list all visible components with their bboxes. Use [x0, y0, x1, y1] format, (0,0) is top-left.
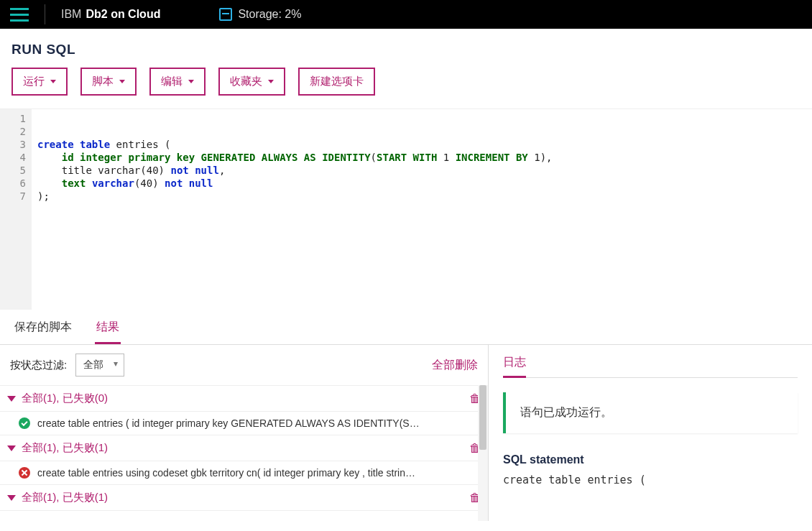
- log-tab-row: 日志: [503, 355, 798, 378]
- page-header: RUN SQL: [0, 29, 812, 63]
- divider: [45, 4, 45, 24]
- sql-editor[interactable]: 1234567 create table entries ( id intege…: [0, 108, 812, 310]
- filter-row: 按状态过滤: 全部 全部删除: [0, 345, 488, 386]
- result-text: create table entries ( id integer primar…: [37, 417, 481, 429]
- favorites-button[interactable]: 收藏夹: [218, 68, 285, 96]
- scrollbar-thumb[interactable]: [479, 385, 486, 450]
- menu-icon[interactable]: [10, 8, 29, 22]
- toolbar: 运行 脚本 编辑 收藏夹 新建选项卡: [0, 63, 812, 108]
- caret-down-icon: [268, 80, 274, 83]
- code-area[interactable]: create table entries ( id integer primar…: [32, 109, 812, 310]
- caret-down-icon: [50, 80, 56, 83]
- results-left-pane: 按状态过滤: 全部 全部删除 全部(1), 已失败(0)🗑create tabl…: [0, 345, 489, 521]
- sql-statement-code: create table entries (: [503, 474, 798, 486]
- chevron-down-icon: [7, 445, 16, 451]
- group-title: 全部(1), 已失败(1): [22, 441, 108, 455]
- script-button[interactable]: 脚本: [80, 68, 137, 96]
- storage-icon: [219, 8, 232, 21]
- log-pane: 日志 语句已成功运行。 SQL statement create table e…: [489, 345, 812, 521]
- tab-results[interactable]: 结果: [95, 310, 121, 344]
- line-gutter: 1234567: [0, 109, 32, 310]
- storage-indicator: Storage: 2%: [219, 8, 301, 21]
- brand: IBM Db2 on Cloud: [61, 8, 160, 21]
- results-area: 按状态过滤: 全部 全部删除 全部(1), 已失败(0)🗑create tabl…: [0, 345, 812, 521]
- edit-button[interactable]: 编辑: [149, 68, 206, 96]
- caret-down-icon: [119, 80, 125, 83]
- error-icon: [19, 467, 30, 479]
- status-filter-select[interactable]: 全部: [75, 354, 124, 377]
- delete-all-link[interactable]: 全部删除: [432, 358, 478, 373]
- success-message: 语句已成功运行。: [503, 392, 798, 433]
- group-title: 全部(1), 已失败(0): [22, 392, 108, 405]
- caret-down-icon: [188, 80, 194, 83]
- result-group-header[interactable]: 全部(1), 已失败(1)🗑: [0, 435, 488, 461]
- page-title: RUN SQL: [11, 42, 801, 57]
- filter-label: 按状态过滤:: [10, 359, 67, 372]
- result-group-header[interactable]: 全部(1), 已失败(0)🗑: [0, 386, 488, 412]
- bottom-tabs: 保存的脚本 结果: [0, 310, 812, 345]
- tab-saved-scripts[interactable]: 保存的脚本: [13, 310, 73, 344]
- result-text: create table entries using codeset gbk t…: [37, 467, 481, 479]
- result-item[interactable]: create table entries ( id integer primar…: [0, 412, 488, 435]
- scrollbar[interactable]: [478, 385, 488, 521]
- brand-product: Db2 on Cloud: [86, 8, 160, 21]
- tab-log[interactable]: 日志: [503, 355, 526, 378]
- result-item[interactable]: create table entries using codeset gbk t…: [0, 461, 488, 485]
- chevron-down-icon: [7, 495, 16, 501]
- chevron-down-icon: [7, 396, 16, 402]
- new-tab-button[interactable]: 新建选项卡: [298, 68, 375, 96]
- result-list: 全部(1), 已失败(0)🗑create table entries ( id …: [0, 386, 488, 521]
- divider: [503, 377, 798, 378]
- storage-label: Storage: 2%: [238, 8, 301, 21]
- sql-statement-heading: SQL statement: [503, 453, 798, 466]
- top-bar: IBM Db2 on Cloud Storage: 2%: [0, 0, 812, 29]
- success-icon: [19, 417, 30, 429]
- result-group-header[interactable]: 全部(1), 已失败(1)🗑: [0, 485, 488, 511]
- group-title: 全部(1), 已失败(1): [22, 491, 108, 504]
- brand-ibm: IBM: [61, 8, 81, 21]
- run-button[interactable]: 运行: [11, 68, 68, 96]
